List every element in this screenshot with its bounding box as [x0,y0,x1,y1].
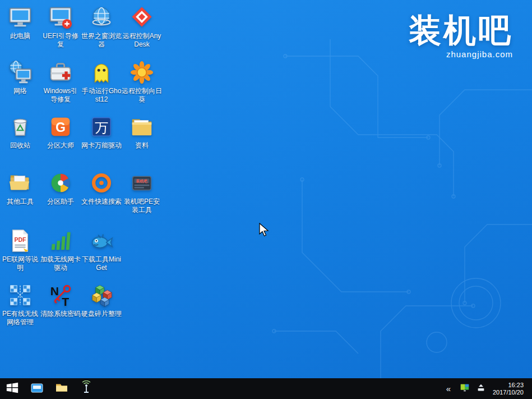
open-folder-icon [7,170,33,196]
desktop-icon-label: 此电脑 [10,32,30,40]
start-button[interactable] [0,378,25,399]
svg-text:装机吧: 装机吧 [136,179,147,184]
antenna-signal-icon [79,380,94,397]
recycle-bin-icon [7,114,33,140]
desktop-icon-label: 下载工具MiniGet [81,255,122,272]
desktop-icon-wireless-driver-loader[interactable]: 加载无线网卡驱动 [40,228,81,272]
svg-text:G: G [55,120,66,135]
taskbar-pe-app-button[interactable] [25,378,49,399]
desktop-icon-label: 远程控制AnyDesk [122,32,162,49]
topology-icon [7,282,33,308]
desktop-icon-label: Windows引导修复 [40,87,81,104]
desktop-icon-quick-file-search[interactable]: 文件快速搜索 [81,170,122,206]
disk-eject-icon [476,383,486,395]
desktop-icon-label: 分区大师 [47,141,74,150]
desktop-icon-universal-nic-driver[interactable]: 万网卡万能驱动 [81,114,122,150]
taskbar: « [0,378,532,399]
desktop-icon-label: 装机吧PE安装工具 [122,198,162,214]
desktop-icon-disk-defrag[interactable]: 硬盘碎片整理 [81,282,122,318]
svg-text:N: N [50,285,59,297]
desktop-icon-clear-system-password[interactable]: NT清除系统密码 [40,282,81,318]
pe-device-icon: 装机吧 [129,170,155,196]
desktop-icon-other-tools[interactable]: 其他工具 [0,170,40,206]
fish-icon [89,228,114,254]
desktop-icon-label: 其他工具 [7,198,34,206]
desktop-icon-materials-folder[interactable]: 资料 [122,114,162,150]
chevron-left-icon: « [446,384,451,393]
windows-logo-icon [6,381,19,396]
taskbar-network-button[interactable] [74,378,99,399]
desktop-icon-miniget-downloader[interactable]: 下载工具MiniGet [81,228,122,272]
anydesk-diamond-icon [129,4,155,30]
pdf-doc-icon: PDF [7,228,33,254]
folder-icon [129,114,155,140]
network-computer-icon [7,59,33,85]
wan-chip-icon: 万 [89,114,114,140]
display-color-icon [460,383,470,395]
desktop-icon-label: 硬盘碎片整理 [81,310,122,318]
brand-logo-url: zhuangjiba.com [409,49,513,59]
desktop-icon-label: 网卡万能驱动 [81,141,122,150]
tray-display-button[interactable] [457,383,472,395]
desktop-icon-network[interactable]: 网络 [0,59,40,95]
svg-text:T: T [62,295,69,308]
globe-browser-icon [89,4,114,30]
desktop-icon-anydesk-remote[interactable]: 远程控制AnyDesk [122,4,162,49]
toolbox-repair-icon [48,59,73,85]
desktop-icon-label: PE联网等说明 [0,255,40,272]
nt-key-icon: NT [48,282,73,308]
desktop[interactable]: 装机吧 zhuangjiba.com 此电脑UEFI引导修复世界之窗浏览器远程控… [0,0,532,399]
desktop-icon-label: PE有线无线网络管理 [0,310,40,327]
signal-bars-icon [48,228,73,254]
ghost-icon [89,59,114,85]
desktop-icon-label: 网络 [13,87,27,95]
clock-date: 2017/10/20 [493,389,524,396]
sunflower-icon [129,59,155,85]
taskbar-explorer-button[interactable] [49,378,74,399]
desktop-icon-run-ghost12[interactable]: 手动运行Ghost12 [81,59,122,104]
desktop-icon-pe-network-manager[interactable]: PE有线无线网络管理 [0,282,40,327]
desktop-icon-label: UEFI引导修复 [40,32,81,49]
folder-icon [54,380,69,397]
desktop-icon-recycle-bin[interactable]: 回收站 [0,114,40,150]
system-tray: « [441,378,532,399]
desktop-icon-label: 文件快速搜索 [81,198,122,206]
desktop-icon-partition-assistant[interactable]: 分区助手 [40,170,81,206]
desktop-icon-label: 世界之窗浏览器 [81,32,122,49]
color-disc-icon [48,170,73,196]
taskbar-clock[interactable]: 16:23 2017/10/20 [490,382,526,396]
desktop-icon-label: 回收站 [10,141,30,150]
desktop-icon-grid: 此电脑UEFI引导修复世界之窗浏览器远程控制AnyDesk网络Windows引导… [0,0,532,399]
desktop-icon-partition-master[interactable]: G分区大师 [40,114,81,150]
desktop-icon-label: 加载无线网卡驱动 [40,255,81,272]
brand-logo-text: 装机吧 [409,13,513,48]
desktop-icon-uefi-boot-repair[interactable]: UEFI引导修复 [40,4,81,49]
desktop-icon-label: 分区助手 [47,198,74,206]
brand-logo: 装机吧 zhuangjiba.com [409,13,513,59]
desktop-icon-label: 远程控制向日葵 [122,87,162,104]
computer-icon [7,4,33,30]
svg-text:PDF: PDF [14,236,26,243]
clock-time: 16:23 [493,382,524,389]
desktop-icon-label: 资料 [135,141,149,150]
orange-ring-icon [89,170,114,196]
desktop-icon-world-window-browser[interactable]: 世界之窗浏览器 [81,4,122,49]
desktop-icon-label: 手动运行Ghost12 [81,87,122,104]
blue-window-icon [30,380,44,397]
desktop-icon-windows-boot-repair[interactable]: Windows引导修复 [40,59,81,104]
desktop-icon-label: 清除系统密码 [40,310,81,318]
uefi-repair-icon [48,4,73,30]
svg-text:万: 万 [95,120,108,135]
desktop-icon-this-pc[interactable]: 此电脑 [0,4,40,40]
diskgenius-icon: G [48,114,73,140]
desktop-icon-zhuangjiba-pe-installer[interactable]: 装机吧装机吧PE安装工具 [122,170,162,214]
cubes-icon [89,282,114,308]
desktop-icon-pe-network-guide[interactable]: PDFPE联网等说明 [0,228,40,272]
desktop-icon-sunflower-remote[interactable]: 远程控制向日葵 [122,59,162,104]
tray-expand-button[interactable]: « [441,384,456,393]
tray-disk-button[interactable] [474,383,488,395]
